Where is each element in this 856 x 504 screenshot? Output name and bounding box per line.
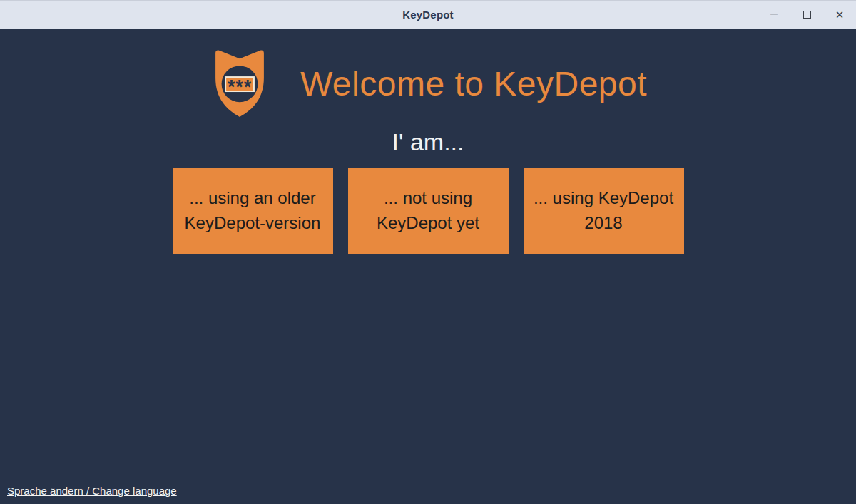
main-content: *** Welcome to KeyDepot I' am... ... usi… xyxy=(0,29,856,504)
shield-password-icon: *** xyxy=(209,48,270,119)
choice-older-version-button[interactable]: ... using an older KeyDepot-version xyxy=(173,168,333,254)
choice-label-line: 2018 xyxy=(584,211,622,236)
welcome-title: Welcome to KeyDepot xyxy=(300,64,647,103)
choice-label-line: ... not using xyxy=(384,186,472,211)
app-window: KeyDepot – ✕ *** Welcome to KeyDepot I' … xyxy=(0,0,856,504)
maximize-button[interactable] xyxy=(790,1,823,29)
close-icon: ✕ xyxy=(835,9,845,20)
window-title: KeyDepot xyxy=(0,1,856,29)
minimize-icon: – xyxy=(770,6,778,19)
choice-keydepot-2018-button[interactable]: ... using KeyDepot 2018 xyxy=(524,168,684,254)
minimize-button[interactable]: – xyxy=(758,1,790,29)
shield-asterisks: *** xyxy=(228,76,252,98)
close-button[interactable]: ✕ xyxy=(823,1,856,29)
choice-not-using-button[interactable]: ... not using KeyDepot yet xyxy=(348,168,509,254)
titlebar: KeyDepot – ✕ xyxy=(0,0,856,29)
change-language-link[interactable]: Sprache ändern / Change language xyxy=(7,485,177,497)
choices-row: ... using an older KeyDepot-version ... … xyxy=(173,168,684,254)
choice-label-line: ... using KeyDepot xyxy=(534,186,673,211)
welcome-header: *** Welcome to KeyDepot xyxy=(209,48,647,119)
choice-label-line: ... using an older xyxy=(189,186,315,211)
question-text: I' am... xyxy=(392,128,464,156)
choice-label-line: KeyDepot-version xyxy=(185,211,321,236)
choice-label-line: KeyDepot yet xyxy=(377,211,479,236)
maximize-icon xyxy=(803,11,811,19)
